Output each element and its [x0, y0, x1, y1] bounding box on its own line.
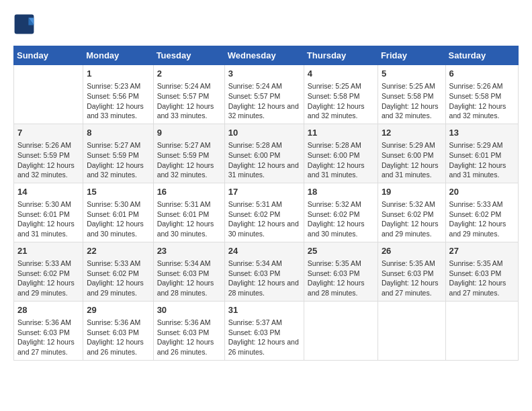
- week-row-1: 1Sunrise: 5:23 AMSunset: 5:56 PMDaylight…: [14, 65, 519, 124]
- day-info: Sunrise: 5:27 AMSunset: 5:59 PMDaylight:…: [157, 140, 221, 180]
- day-number: 26: [382, 245, 442, 257]
- day-number: 9: [157, 127, 221, 139]
- logo: [13, 13, 38, 35]
- day-cell: 16Sunrise: 5:31 AMSunset: 6:01 PMDayligh…: [153, 183, 224, 242]
- day-cell: [14, 65, 83, 124]
- day-info: Sunrise: 5:26 AMSunset: 5:58 PMDaylight:…: [449, 81, 515, 121]
- day-info: Sunrise: 5:35 AMSunset: 6:03 PMDaylight:…: [449, 259, 515, 298]
- day-info: Sunrise: 5:24 AMSunset: 5:57 PMDaylight:…: [228, 81, 300, 121]
- day-cell: 10Sunrise: 5:28 AMSunset: 6:00 PMDayligh…: [224, 124, 304, 183]
- day-cell: 15Sunrise: 5:30 AMSunset: 6:01 PMDayligh…: [83, 183, 153, 242]
- day-cell: 6Sunrise: 5:26 AMSunset: 5:58 PMDaylight…: [445, 65, 518, 124]
- day-number: 30: [157, 304, 221, 316]
- day-number: 20: [449, 186, 515, 198]
- day-number: 5: [382, 68, 442, 80]
- day-cell: 23Sunrise: 5:34 AMSunset: 6:03 PMDayligh…: [153, 242, 224, 301]
- day-cell: 26Sunrise: 5:35 AMSunset: 6:03 PMDayligh…: [378, 242, 445, 301]
- logo-icon: [13, 13, 35, 35]
- day-info: Sunrise: 5:37 AMSunset: 6:03 PMDaylight:…: [228, 318, 300, 357]
- day-number: 22: [87, 245, 149, 257]
- day-info: Sunrise: 5:26 AMSunset: 5:59 PMDaylight:…: [17, 140, 79, 180]
- day-number: 4: [308, 68, 374, 80]
- day-info: Sunrise: 5:33 AMSunset: 6:02 PMDaylight:…: [449, 199, 515, 239]
- day-cell: 31Sunrise: 5:37 AMSunset: 6:03 PMDayligh…: [224, 301, 304, 360]
- day-cell: 8Sunrise: 5:27 AMSunset: 5:59 PMDaylight…: [83, 124, 153, 183]
- day-info: Sunrise: 5:23 AMSunset: 5:56 PMDaylight:…: [87, 81, 149, 121]
- day-info: Sunrise: 5:36 AMSunset: 6:03 PMDaylight:…: [87, 318, 149, 357]
- day-cell: 17Sunrise: 5:31 AMSunset: 6:02 PMDayligh…: [224, 183, 304, 242]
- day-info: Sunrise: 5:28 AMSunset: 6:00 PMDaylight:…: [308, 140, 374, 180]
- day-cell: 4Sunrise: 5:25 AMSunset: 5:58 PMDaylight…: [304, 65, 378, 124]
- day-number: 29: [87, 304, 149, 316]
- day-info: Sunrise: 5:36 AMSunset: 6:03 PMDaylight:…: [17, 318, 79, 357]
- calendar-table: SundayMondayTuesdayWednesdayThursdayFrid…: [13, 46, 519, 361]
- day-cell: 18Sunrise: 5:32 AMSunset: 6:02 PMDayligh…: [304, 183, 378, 242]
- day-info: Sunrise: 5:33 AMSunset: 6:02 PMDaylight:…: [87, 259, 149, 298]
- day-cell: 14Sunrise: 5:30 AMSunset: 6:01 PMDayligh…: [14, 183, 83, 242]
- day-cell: [378, 301, 445, 360]
- day-number: 25: [308, 245, 374, 257]
- day-cell: 11Sunrise: 5:28 AMSunset: 6:00 PMDayligh…: [304, 124, 378, 183]
- day-number: 27: [449, 245, 515, 257]
- day-cell: 5Sunrise: 5:25 AMSunset: 5:58 PMDaylight…: [378, 65, 445, 124]
- day-number: 16: [157, 186, 221, 198]
- day-cell: 29Sunrise: 5:36 AMSunset: 6:03 PMDayligh…: [83, 301, 153, 360]
- header-row: SundayMondayTuesdayWednesdayThursdayFrid…: [14, 46, 519, 65]
- page-header: [13, 13, 519, 35]
- day-cell: 7Sunrise: 5:26 AMSunset: 5:59 PMDaylight…: [14, 124, 83, 183]
- day-info: Sunrise: 5:30 AMSunset: 6:01 PMDaylight:…: [17, 199, 79, 239]
- day-info: Sunrise: 5:33 AMSunset: 6:02 PMDaylight:…: [17, 259, 79, 298]
- day-number: 3: [228, 68, 300, 80]
- header-cell-friday: Friday: [378, 46, 445, 65]
- day-info: Sunrise: 5:35 AMSunset: 6:03 PMDaylight:…: [308, 259, 374, 298]
- day-cell: 21Sunrise: 5:33 AMSunset: 6:02 PMDayligh…: [14, 242, 83, 301]
- day-info: Sunrise: 5:25 AMSunset: 5:58 PMDaylight:…: [308, 81, 374, 121]
- header-cell-wednesday: Wednesday: [224, 46, 304, 65]
- day-number: 23: [157, 245, 221, 257]
- day-number: 17: [228, 186, 300, 198]
- header-cell-thursday: Thursday: [304, 46, 378, 65]
- day-number: 28: [17, 304, 79, 316]
- day-number: 18: [308, 186, 374, 198]
- day-number: 1: [87, 68, 149, 80]
- day-number: 24: [228, 245, 300, 257]
- week-row-5: 28Sunrise: 5:36 AMSunset: 6:03 PMDayligh…: [14, 301, 519, 360]
- day-cell: 12Sunrise: 5:29 AMSunset: 6:00 PMDayligh…: [378, 124, 445, 183]
- day-info: Sunrise: 5:28 AMSunset: 6:00 PMDaylight:…: [228, 140, 300, 180]
- day-number: 2: [157, 68, 221, 80]
- day-number: 12: [382, 127, 442, 139]
- day-number: 7: [17, 127, 79, 139]
- week-row-4: 21Sunrise: 5:33 AMSunset: 6:02 PMDayligh…: [14, 242, 519, 301]
- day-info: Sunrise: 5:36 AMSunset: 6:03 PMDaylight:…: [157, 318, 221, 357]
- header-cell-tuesday: Tuesday: [153, 46, 224, 65]
- day-info: Sunrise: 5:25 AMSunset: 5:58 PMDaylight:…: [382, 81, 442, 121]
- header-cell-saturday: Saturday: [445, 46, 518, 65]
- day-number: 15: [87, 186, 149, 198]
- day-info: Sunrise: 5:31 AMSunset: 6:02 PMDaylight:…: [228, 199, 300, 239]
- day-cell: 30Sunrise: 5:36 AMSunset: 6:03 PMDayligh…: [153, 301, 224, 360]
- day-cell: 19Sunrise: 5:32 AMSunset: 6:02 PMDayligh…: [378, 183, 445, 242]
- header-cell-monday: Monday: [83, 46, 153, 65]
- day-number: 13: [449, 127, 515, 139]
- day-info: Sunrise: 5:31 AMSunset: 6:01 PMDaylight:…: [157, 199, 221, 239]
- day-cell: 24Sunrise: 5:34 AMSunset: 6:03 PMDayligh…: [224, 242, 304, 301]
- day-cell: 25Sunrise: 5:35 AMSunset: 6:03 PMDayligh…: [304, 242, 378, 301]
- day-number: 8: [87, 127, 149, 139]
- header-cell-sunday: Sunday: [14, 46, 83, 65]
- day-cell: [304, 301, 378, 360]
- day-number: 21: [17, 245, 79, 257]
- day-number: 31: [228, 304, 300, 316]
- day-info: Sunrise: 5:27 AMSunset: 5:59 PMDaylight:…: [87, 140, 149, 180]
- day-cell: 13Sunrise: 5:29 AMSunset: 6:01 PMDayligh…: [445, 124, 518, 183]
- day-number: 19: [382, 186, 442, 198]
- day-info: Sunrise: 5:30 AMSunset: 6:01 PMDaylight:…: [87, 199, 149, 239]
- day-cell: 1Sunrise: 5:23 AMSunset: 5:56 PMDaylight…: [83, 65, 153, 124]
- day-number: 10: [228, 127, 300, 139]
- week-row-3: 14Sunrise: 5:30 AMSunset: 6:01 PMDayligh…: [14, 183, 519, 242]
- day-info: Sunrise: 5:32 AMSunset: 6:02 PMDaylight:…: [382, 199, 442, 239]
- day-info: Sunrise: 5:34 AMSunset: 6:03 PMDaylight:…: [157, 259, 221, 298]
- day-info: Sunrise: 5:24 AMSunset: 5:57 PMDaylight:…: [157, 81, 221, 121]
- day-number: 11: [308, 127, 374, 139]
- day-cell: 3Sunrise: 5:24 AMSunset: 5:57 PMDaylight…: [224, 65, 304, 124]
- day-cell: 27Sunrise: 5:35 AMSunset: 6:03 PMDayligh…: [445, 242, 518, 301]
